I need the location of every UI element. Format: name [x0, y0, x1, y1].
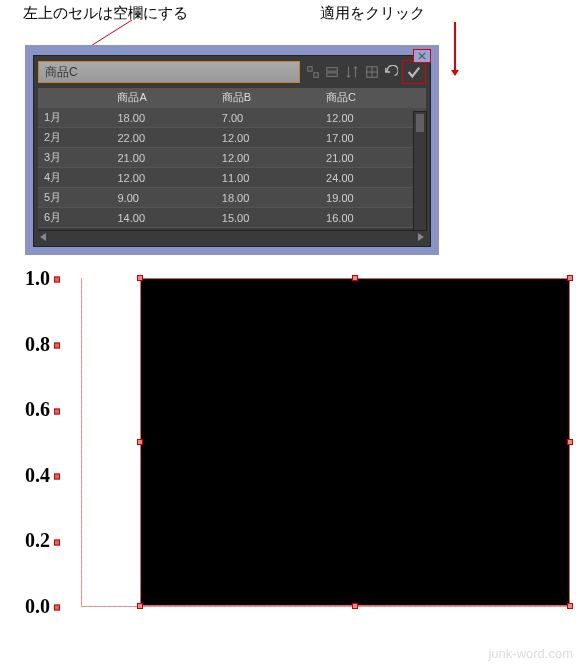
y-tick-label: 1.0: [25, 267, 60, 290]
panel-body: 商品C: [33, 55, 431, 247]
grid-icon[interactable]: [363, 62, 381, 82]
table-row[interactable]: 5月9.0018.0019.00: [38, 188, 426, 208]
table-cell[interactable]: 4月: [38, 168, 111, 188]
undo-icon[interactable]: [382, 62, 400, 82]
y-tick-label: 0.4: [25, 463, 60, 486]
table-cell[interactable]: 1月: [38, 108, 111, 128]
table-cell[interactable]: 12.00: [216, 148, 320, 168]
table-cell[interactable]: 9.00: [111, 188, 215, 208]
svg-rect-3: [308, 67, 312, 71]
data-panel: 商品C: [25, 45, 439, 255]
y-tick-label: 0.6: [25, 398, 60, 421]
table-cell[interactable]: 3月: [38, 148, 111, 168]
tick-handle: [54, 605, 60, 611]
tick-handle: [54, 408, 60, 414]
table-row[interactable]: 2月22.0012.0017.00: [38, 128, 426, 148]
apply-button-highlight: [402, 60, 426, 84]
table-cell[interactable]: 18.00: [216, 188, 320, 208]
handle-tm[interactable]: [352, 275, 358, 281]
table-cell[interactable]: 17.00: [320, 128, 426, 148]
table-cell[interactable]: 14.00: [111, 208, 215, 228]
table-cell[interactable]: 22.00: [111, 128, 215, 148]
handle-br[interactable]: [567, 603, 573, 609]
scrollbar-vertical[interactable]: [413, 111, 427, 231]
table-cell[interactable]: 16.00: [320, 208, 426, 228]
handle-tr[interactable]: [567, 275, 573, 281]
table-cell[interactable]: 12.00: [111, 168, 215, 188]
y-tick-label: 0.8: [25, 332, 60, 355]
tick-handle: [54, 277, 60, 283]
apply-button[interactable]: [404, 62, 424, 82]
handle-bl[interactable]: [137, 603, 143, 609]
svg-rect-6: [327, 73, 338, 77]
close-button[interactable]: [413, 49, 431, 63]
cell-input[interactable]: 商品C: [38, 61, 300, 83]
table-cell[interactable]: 2月: [38, 128, 111, 148]
table-cell[interactable]: 12.00: [320, 108, 426, 128]
transpose-icon[interactable]: [304, 62, 322, 82]
table-header-row: 商品A 商品B 商品C: [38, 88, 426, 108]
handle-bm[interactable]: [352, 603, 358, 609]
annotation-right: 適用をクリック: [320, 4, 425, 23]
toolbar: 商品C: [38, 60, 426, 84]
table-row[interactable]: 3月21.0012.0021.00: [38, 148, 426, 168]
table-cell[interactable]: 21.00: [320, 148, 426, 168]
table-cell[interactable]: 21.00: [111, 148, 215, 168]
swap-columns-icon[interactable]: [343, 62, 361, 82]
table-cell[interactable]: 11.00: [216, 168, 320, 188]
tick-handle: [54, 343, 60, 349]
tick-handle: [54, 539, 60, 545]
table-row[interactable]: 4月12.0011.0024.00: [38, 168, 426, 188]
svg-rect-4: [314, 73, 318, 77]
header-c: 商品C: [320, 88, 426, 108]
x-axis-line: [81, 606, 569, 607]
svg-rect-5: [327, 68, 338, 72]
table-cell[interactable]: 24.00: [320, 168, 426, 188]
scrollbar-horizontal[interactable]: [38, 230, 426, 242]
y-axis-line: [81, 278, 82, 606]
handle-tl[interactable]: [137, 275, 143, 281]
table-cell[interactable]: 18.00: [111, 108, 215, 128]
table-cell[interactable]: 6月: [38, 208, 111, 228]
chart-area: 0.00.20.40.60.81.0: [25, 268, 575, 638]
annotation-right-arrow: [454, 22, 456, 72]
table-cell[interactable]: 15.00: [216, 208, 320, 228]
header-blank: [38, 88, 111, 108]
data-table[interactable]: 商品A 商品B 商品C 1月18.007.0012.002月22.0012.00…: [38, 88, 426, 228]
table-row[interactable]: 6月14.0015.0016.00: [38, 208, 426, 228]
swap-rows-icon[interactable]: [324, 62, 342, 82]
handle-mr[interactable]: [567, 439, 573, 445]
handle-ml[interactable]: [137, 439, 143, 445]
table-cell[interactable]: 5月: [38, 188, 111, 208]
table-cell[interactable]: 19.00: [320, 188, 426, 208]
y-tick-label: 0.2: [25, 529, 60, 552]
table-row[interactable]: 1月18.007.0012.00: [38, 108, 426, 128]
header-b: 商品B: [216, 88, 320, 108]
watermark: junk-word.com: [488, 646, 573, 661]
chart-plot-placeholder[interactable]: [140, 278, 570, 606]
table-cell[interactable]: 12.00: [216, 128, 320, 148]
y-tick-label: 0.0: [25, 595, 60, 618]
y-axis: 0.00.20.40.60.81.0: [25, 268, 75, 638]
header-a: 商品A: [111, 88, 215, 108]
table-cell[interactable]: 7.00: [216, 108, 320, 128]
tick-handle: [54, 474, 60, 480]
